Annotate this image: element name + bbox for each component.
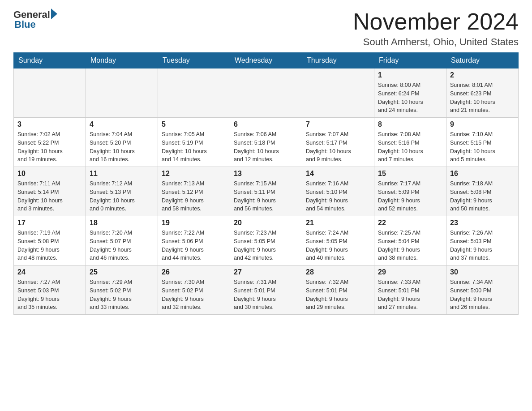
day-number: 10 [17,170,82,178]
day-info: Sunrise: 7:30 AMSunset: 5:02 PMDaylight:… [162,278,226,312]
calendar-day-cell: 29Sunrise: 7:33 AMSunset: 5:01 PMDayligh… [374,265,446,315]
day-number: 17 [17,219,82,227]
day-info: Sunrise: 7:11 AMSunset: 5:14 PMDaylight:… [17,180,82,213]
calendar-day-cell: 16Sunrise: 7:18 AMSunset: 5:08 PMDayligh… [446,167,519,216]
day-number: 28 [306,268,370,276]
calendar-day-cell [230,68,302,118]
calendar-day-cell: 2Sunrise: 8:01 AMSunset: 6:23 PMDaylight… [446,68,519,118]
day-info: Sunrise: 7:24 AMSunset: 5:05 PMDaylight:… [306,229,370,262]
day-info: Sunrise: 7:07 AMSunset: 5:17 PMDaylight:… [306,130,370,164]
day-info: Sunrise: 7:10 AMSunset: 5:15 PMDaylight:… [450,130,515,164]
calendar-day-cell: 19Sunrise: 7:22 AMSunset: 5:06 PMDayligh… [158,216,230,265]
day-number: 9 [450,120,515,128]
calendar-day-header: Saturday [446,53,519,68]
logo: General Blue [13,9,57,30]
day-info: Sunrise: 7:13 AMSunset: 5:12 PMDaylight:… [162,180,226,213]
calendar-day-header: Friday [374,53,446,68]
day-number: 20 [234,219,298,227]
calendar-day-header: Tuesday [158,53,230,68]
calendar-day-cell: 25Sunrise: 7:29 AMSunset: 5:02 PMDayligh… [86,265,158,315]
calendar-day-cell: 15Sunrise: 7:17 AMSunset: 5:09 PMDayligh… [374,167,446,216]
day-number: 22 [378,219,442,227]
calendar-week-row: 24Sunrise: 7:27 AMSunset: 5:03 PMDayligh… [14,265,519,315]
day-number: 23 [450,219,515,227]
calendar-day-cell: 9Sunrise: 7:10 AMSunset: 5:15 PMDaylight… [446,118,519,167]
month-title: November 2024 [353,9,519,34]
page-header: General Blue November 2024 South Amherst… [13,9,519,48]
logo-arrow-icon [51,9,57,19]
day-number: 24 [17,268,82,276]
day-info: Sunrise: 7:06 AMSunset: 5:18 PMDaylight:… [234,130,298,164]
day-number: 1 [378,71,442,79]
calendar-day-cell: 12Sunrise: 7:13 AMSunset: 5:12 PMDayligh… [158,167,230,216]
calendar-day-header: Sunday [14,53,86,68]
calendar-day-cell: 17Sunrise: 7:19 AMSunset: 5:08 PMDayligh… [14,216,86,265]
day-info: Sunrise: 7:18 AMSunset: 5:08 PMDaylight:… [450,180,515,213]
day-number: 30 [450,268,515,276]
day-info: Sunrise: 7:26 AMSunset: 5:03 PMDaylight:… [450,229,515,262]
calendar-day-cell: 23Sunrise: 7:26 AMSunset: 5:03 PMDayligh… [446,216,519,265]
calendar-day-cell: 24Sunrise: 7:27 AMSunset: 5:03 PMDayligh… [14,265,86,315]
day-info: Sunrise: 7:20 AMSunset: 5:07 PMDaylight:… [90,229,154,262]
day-number: 8 [378,120,442,128]
calendar-day-header: Thursday [302,53,374,68]
calendar-day-cell: 20Sunrise: 7:23 AMSunset: 5:05 PMDayligh… [230,216,302,265]
day-number: 18 [90,219,154,227]
day-info: Sunrise: 7:12 AMSunset: 5:13 PMDaylight:… [90,180,154,213]
day-number: 19 [162,219,226,227]
day-number: 7 [306,120,370,128]
day-info: Sunrise: 7:34 AMSunset: 5:00 PMDaylight:… [450,278,515,312]
calendar-day-cell: 10Sunrise: 7:11 AMSunset: 5:14 PMDayligh… [14,167,86,216]
calendar-day-cell: 26Sunrise: 7:30 AMSunset: 5:02 PMDayligh… [158,265,230,315]
day-number: 21 [306,219,370,227]
day-info: Sunrise: 7:02 AMSunset: 5:22 PMDaylight:… [17,130,82,164]
calendar-day-cell: 11Sunrise: 7:12 AMSunset: 5:13 PMDayligh… [86,167,158,216]
day-number: 5 [162,120,226,128]
day-info: Sunrise: 7:23 AMSunset: 5:05 PMDaylight:… [234,229,298,262]
day-info: Sunrise: 7:31 AMSunset: 5:01 PMDaylight:… [234,278,298,312]
day-info: Sunrise: 7:25 AMSunset: 5:04 PMDaylight:… [378,229,442,262]
day-info: Sunrise: 7:16 AMSunset: 5:10 PMDaylight:… [306,180,370,213]
day-number: 29 [378,268,442,276]
calendar-week-row: 3Sunrise: 7:02 AMSunset: 5:22 PMDaylight… [14,118,519,167]
calendar-day-cell: 13Sunrise: 7:15 AMSunset: 5:11 PMDayligh… [230,167,302,216]
day-number: 13 [234,170,298,178]
calendar-header-row: SundayMondayTuesdayWednesdayThursdayFrid… [14,53,519,68]
day-number: 3 [17,120,82,128]
calendar-day-cell [86,68,158,118]
calendar-day-cell: 4Sunrise: 7:04 AMSunset: 5:20 PMDaylight… [86,118,158,167]
day-number: 11 [90,170,154,178]
day-number: 4 [90,120,154,128]
day-info: Sunrise: 7:22 AMSunset: 5:06 PMDaylight:… [162,229,226,262]
day-info: Sunrise: 7:08 AMSunset: 5:16 PMDaylight:… [378,130,442,164]
day-number: 25 [90,268,154,276]
day-info: Sunrise: 7:33 AMSunset: 5:01 PMDaylight:… [378,278,442,312]
calendar-day-cell: 27Sunrise: 7:31 AMSunset: 5:01 PMDayligh… [230,265,302,315]
day-info: Sunrise: 7:29 AMSunset: 5:02 PMDaylight:… [90,278,154,312]
calendar-day-cell: 5Sunrise: 7:05 AMSunset: 5:19 PMDaylight… [158,118,230,167]
day-info: Sunrise: 7:05 AMSunset: 5:19 PMDaylight:… [162,130,226,164]
location-title: South Amherst, Ohio, United States [353,36,519,48]
calendar-day-header: Monday [86,53,158,68]
day-number: 12 [162,170,226,178]
day-number: 14 [306,170,370,178]
day-number: 27 [234,268,298,276]
calendar-day-cell: 3Sunrise: 7:02 AMSunset: 5:22 PMDaylight… [14,118,86,167]
title-block: November 2024 South Amherst, Ohio, Unite… [353,9,519,48]
calendar-day-header: Wednesday [230,53,302,68]
day-number: 6 [234,120,298,128]
day-info: Sunrise: 7:32 AMSunset: 5:01 PMDaylight:… [306,278,370,312]
calendar-day-cell: 22Sunrise: 7:25 AMSunset: 5:04 PMDayligh… [374,216,446,265]
day-info: Sunrise: 7:19 AMSunset: 5:08 PMDaylight:… [17,229,82,262]
day-info: Sunrise: 7:15 AMSunset: 5:11 PMDaylight:… [234,180,298,213]
day-number: 2 [450,71,515,79]
calendar-day-cell: 21Sunrise: 7:24 AMSunset: 5:05 PMDayligh… [302,216,374,265]
calendar-week-row: 1Sunrise: 8:00 AMSunset: 6:24 PMDaylight… [14,68,519,118]
day-info: Sunrise: 7:27 AMSunset: 5:03 PMDaylight:… [17,278,82,312]
calendar-day-cell [158,68,230,118]
calendar-week-row: 10Sunrise: 7:11 AMSunset: 5:14 PMDayligh… [14,167,519,216]
day-number: 15 [378,170,442,178]
calendar-day-cell: 14Sunrise: 7:16 AMSunset: 5:10 PMDayligh… [302,167,374,216]
calendar-day-cell: 30Sunrise: 7:34 AMSunset: 5:00 PMDayligh… [446,265,519,315]
day-info: Sunrise: 7:17 AMSunset: 5:09 PMDaylight:… [378,180,442,213]
